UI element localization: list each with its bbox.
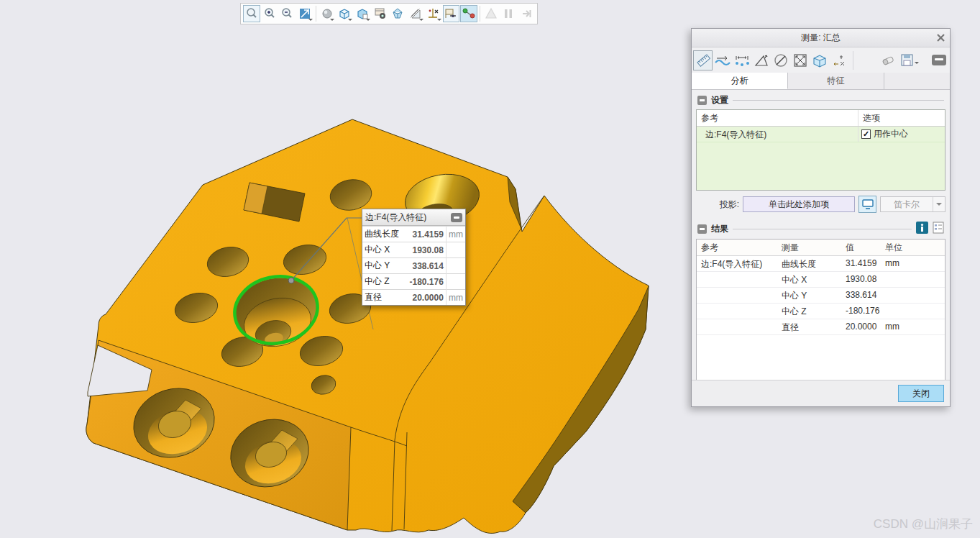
results-section-header: 结果 <box>692 217 950 239</box>
cell-reference <box>697 319 777 334</box>
measure-label: 曲线长度 <box>362 227 406 242</box>
results-table: 参考 测量 值 单位 边:F4(导入特征) 曲线长度 31.4159 mm 中心… <box>696 239 945 383</box>
tooltip-collapse-button[interactable] <box>451 213 462 222</box>
spin-center-icon[interactable] <box>460 5 477 22</box>
cell-unit: mm <box>881 319 945 334</box>
cell-value: -180.176 <box>841 304 881 319</box>
tooltip-row: 中心 Z -180.176 <box>362 274 465 290</box>
tab-analysis[interactable]: 分析 <box>692 73 788 89</box>
eraser-icon[interactable] <box>878 50 897 70</box>
perspective-icon[interactable] <box>389 5 406 22</box>
measure-value: 20.0000 <box>406 290 446 306</box>
measure-label: 中心 Y <box>362 258 406 274</box>
use-as-center-label: 用作中心 <box>874 128 908 140</box>
cell-measure: 直径 <box>777 319 841 334</box>
section-icon[interactable] <box>407 5 424 22</box>
csys-value: 笛卡尔 <box>881 199 933 211</box>
tooltip-row: 曲线长度 31.4159 mm <box>362 227 465 242</box>
resume-icon[interactable] <box>518 5 535 22</box>
measure-label: 直径 <box>362 290 406 306</box>
cell-value: 338.614 <box>841 288 881 303</box>
measure-angle-icon[interactable] <box>751 50 771 70</box>
dialog-footer: 关闭 <box>692 380 950 406</box>
cell-measure: 中心 Y <box>777 288 841 303</box>
cell-reference <box>697 272 777 287</box>
settings-col-reference: 参考 <box>697 110 858 126</box>
cell-measure: 中心 X <box>777 272 841 287</box>
projection-label: 投影: <box>696 199 739 211</box>
cell-measure: 曲线长度 <box>777 256 841 271</box>
tooltip-title: 边:F4(导入特征) <box>365 211 451 224</box>
cell-measure: 中心 Z <box>777 304 841 319</box>
ruler-icon[interactable] <box>693 50 713 70</box>
measure-diameter-icon[interactable] <box>771 50 790 70</box>
info-icon[interactable] <box>916 222 928 236</box>
measure-value: 31.4159 <box>406 227 446 242</box>
measure-volume-icon[interactable] <box>810 50 829 70</box>
table-row[interactable]: 中心 X 1930.08 <box>697 272 945 288</box>
dialog-tabs: 分析 特征 <box>692 73 950 90</box>
settings-table-header: 参考 选项 <box>697 110 945 127</box>
measure-value: 338.614 <box>406 258 446 274</box>
chevron-down-icon[interactable] <box>933 197 945 211</box>
watermark: CSDN @山涧果子 <box>874 516 973 532</box>
analysis-warning-icon[interactable] <box>482 5 500 22</box>
table-row[interactable]: 中心 Z -180.176 <box>697 304 945 319</box>
close-button[interactable]: 关闭 <box>898 385 944 402</box>
use-as-center-checkbox[interactable]: ✓ <box>861 129 871 139</box>
measure-unit <box>446 274 465 290</box>
cell-reference <box>697 304 777 319</box>
table-row[interactable]: 直径 20.0000 mm <box>697 319 945 335</box>
table-row[interactable]: 边:F4(导入特征) 曲线长度 31.4159 mm <box>697 256 945 272</box>
settings-reference-row[interactable]: 边:F4(导入特征) ✓ 用作中心 <box>697 127 945 142</box>
measure-length-icon[interactable] <box>713 50 732 70</box>
close-icon[interactable] <box>931 30 950 46</box>
results-col: 值 <box>841 240 881 255</box>
annotation-display-icon[interactable] <box>443 5 460 22</box>
projection-collector[interactable]: 单击此处添加项 <box>743 196 855 212</box>
zoom-window-icon[interactable] <box>243 5 260 22</box>
measure-transform-icon[interactable] <box>829 50 848 70</box>
named-views-icon[interactable] <box>372 5 389 22</box>
report-icon[interactable] <box>933 222 944 236</box>
measure-area-icon[interactable] <box>790 50 810 70</box>
model-body[interactable] <box>86 119 649 533</box>
results-col: 测量 <box>777 240 841 255</box>
pause-icon[interactable] <box>500 5 518 22</box>
cell-reference: 边:F4(导入特征) <box>697 256 777 271</box>
results-col: 单位 <box>881 240 945 255</box>
zoom-in-icon[interactable] <box>261 5 278 22</box>
projection-pick-button[interactable] <box>858 196 876 213</box>
shaded-edges-icon[interactable] <box>354 5 371 22</box>
save-icon[interactable] <box>897 50 917 70</box>
wireframe-box-icon[interactable] <box>336 5 353 22</box>
results-section-label: 结果 <box>711 223 728 235</box>
tab-feature[interactable]: 特征 <box>788 73 884 89</box>
tooltip-row: 直径 20.0000 mm <box>362 290 465 306</box>
shading-style-icon[interactable] <box>319 5 336 22</box>
cell-unit <box>881 288 945 303</box>
collapse-results-icon[interactable] <box>697 224 707 234</box>
cell-unit: mm <box>881 256 945 271</box>
refit-icon[interactable] <box>296 5 313 22</box>
collapse-settings-icon[interactable] <box>697 96 707 105</box>
collapse-icon[interactable] <box>929 50 948 70</box>
measure-unit: mm <box>446 227 465 242</box>
cell-value: 20.0000 <box>841 319 881 334</box>
cell-reference <box>697 288 777 303</box>
csys-dropdown[interactable]: 笛卡尔 <box>880 196 945 212</box>
dialog-titlebar[interactable]: 测量: 汇总 <box>692 29 950 47</box>
graphics-toolbar <box>240 3 538 24</box>
measure-unit <box>446 242 465 258</box>
settings-section-label: 设置 <box>711 94 728 106</box>
cell-unit <box>881 304 945 319</box>
tooltip-row: 中心 Y 338.614 <box>362 258 465 274</box>
measure-distance-icon[interactable] <box>732 50 751 70</box>
settings-table-body: 边:F4(导入特征) ✓ 用作中心 <box>697 127 945 190</box>
measure-label: 中心 Z <box>362 274 406 290</box>
datum-display-icon[interactable] <box>425 5 442 22</box>
tooltip-row: 中心 X 1930.08 <box>362 242 465 258</box>
table-row[interactable]: 中心 Y 338.614 <box>697 288 945 304</box>
results-table-header: 参考 测量 值 单位 <box>697 240 945 256</box>
zoom-out-icon[interactable] <box>278 5 296 22</box>
